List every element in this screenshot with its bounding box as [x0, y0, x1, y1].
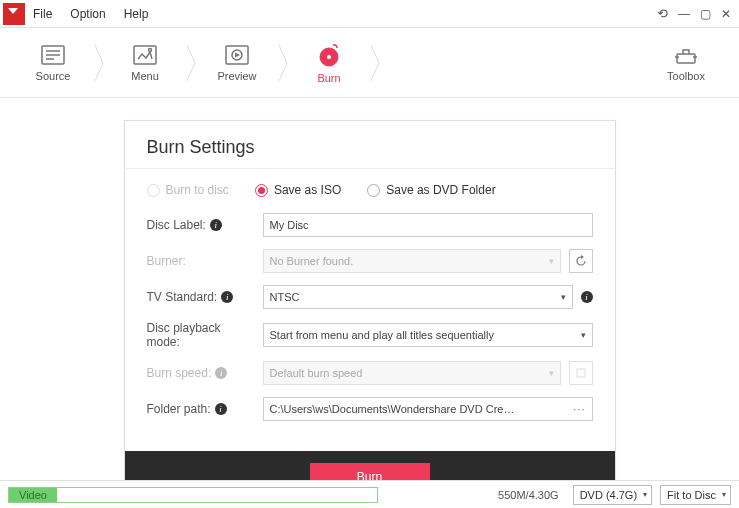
radio-label: Save as DVD Folder [386, 183, 495, 197]
chevron-down-icon: ▾ [581, 330, 586, 340]
info-icon: i [215, 367, 227, 379]
fit-mode-select[interactable]: Fit to Disc ▾ [660, 485, 731, 505]
browse-ellipsis-icon[interactable]: ··· [573, 403, 585, 415]
svg-rect-4 [134, 46, 156, 64]
info-icon[interactable]: i [581, 291, 593, 303]
menu-option[interactable]: Option [70, 7, 105, 21]
nav-step-source[interactable]: Source [14, 28, 92, 98]
burner-select: No Burner found. ▾ [263, 249, 561, 273]
size-text: 550M/4.30G [498, 489, 559, 501]
radio-dot-icon [367, 184, 380, 197]
window-controls: — ▢ ✕ [657, 6, 731, 21]
label-disc-label: Disc Label: i [147, 218, 255, 232]
menu-help[interactable]: Help [124, 7, 149, 21]
burn-speed-select: Default burn speed ▾ [263, 361, 561, 385]
card-title: Burn Settings [147, 137, 593, 158]
nav-step-label: Source [36, 70, 71, 82]
radio-label: Save as ISO [274, 183, 341, 197]
select-value: DVD (4.7G) [580, 489, 637, 501]
folder-path-value: C:\Users\ws\Documents\Wondershare DVD Cr… [270, 403, 520, 415]
titlebar: File Option Help — ▢ ✕ [0, 0, 739, 28]
app-logo [3, 3, 25, 25]
select-value: Start from menu and play all titles sequ… [270, 329, 494, 341]
output-mode-radios: Burn to disc Save as ISO Save as DVD Fol… [147, 183, 593, 197]
nav-step-menu[interactable]: Menu [106, 28, 184, 98]
nav-step-burn[interactable]: Burn [290, 28, 368, 98]
select-value: Fit to Disc [667, 489, 716, 501]
chevron-right-icon [184, 28, 198, 98]
chevron-down-icon: ▾ [722, 490, 726, 499]
svg-rect-10 [677, 54, 695, 63]
feedback-icon[interactable] [657, 6, 668, 21]
chevron-right-icon [276, 28, 290, 98]
progress-label: Video [9, 489, 47, 501]
status-bar: Video 550M/4.30G DVD (4.7G) ▾ Fit to Dis… [0, 480, 739, 508]
chevron-down-icon: ▾ [643, 490, 647, 499]
label-playback-mode: Disc playback mode: [147, 321, 255, 349]
select-value: NTSC [270, 291, 300, 303]
tv-standard-select[interactable]: NTSC ▾ [263, 285, 573, 309]
playback-mode-select[interactable]: Start from menu and play all titles sequ… [263, 323, 593, 347]
workflow-nav: Source Menu Preview Burn Toolbox [0, 28, 739, 98]
radio-dot-icon [147, 184, 160, 197]
burn-speed-extra-button [569, 361, 593, 385]
menubar: File Option Help [33, 7, 148, 21]
chevron-down-icon: ▾ [561, 292, 566, 302]
radio-dot-icon [255, 184, 268, 197]
chevron-right-icon [368, 28, 382, 98]
capacity-progress: Video [8, 487, 378, 503]
burn-settings-card: Burn Settings Burn to disc Save as ISO S… [124, 120, 616, 504]
chevron-down-icon: ▾ [549, 368, 554, 378]
disc-label-input[interactable] [263, 213, 593, 237]
info-icon[interactable]: i [210, 219, 222, 231]
maximize-icon[interactable]: ▢ [700, 7, 711, 21]
nav-step-label: Burn [317, 72, 340, 84]
info-icon[interactable]: i [221, 291, 233, 303]
menu-file[interactable]: File [33, 7, 52, 21]
chevron-down-icon: ▾ [549, 256, 554, 266]
radio-label: Burn to disc [166, 183, 229, 197]
refresh-burners-button[interactable] [569, 249, 593, 273]
label-folder-path: Folder path: i [147, 402, 255, 416]
svg-point-9 [327, 54, 332, 59]
radio-burn-to-disc: Burn to disc [147, 183, 229, 197]
label-tv-standard: TV Standard: i [147, 290, 255, 304]
info-icon[interactable]: i [215, 403, 227, 415]
svg-point-5 [149, 48, 152, 51]
label-burner: Burner: [147, 254, 255, 268]
select-value: Default burn speed [270, 367, 363, 379]
chevron-right-icon [92, 28, 106, 98]
minimize-icon[interactable]: — [678, 7, 690, 21]
nav-toolbox[interactable]: Toolbox [647, 28, 725, 98]
nav-step-preview[interactable]: Preview [198, 28, 276, 98]
folder-path-field[interactable]: C:\Users\ws\Documents\Wondershare DVD Cr… [263, 397, 593, 421]
svg-rect-13 [577, 369, 585, 377]
label-burn-speed: Burn speed: i [147, 366, 255, 380]
nav-step-label: Preview [217, 70, 256, 82]
radio-save-as-dvd-folder[interactable]: Save as DVD Folder [367, 183, 495, 197]
disc-type-select[interactable]: DVD (4.7G) ▾ [573, 485, 652, 505]
nav-step-label: Menu [131, 70, 159, 82]
close-icon[interactable]: ✕ [721, 7, 731, 21]
radio-save-as-iso[interactable]: Save as ISO [255, 183, 341, 197]
nav-step-label: Toolbox [667, 70, 705, 82]
select-value: No Burner found. [270, 255, 354, 267]
